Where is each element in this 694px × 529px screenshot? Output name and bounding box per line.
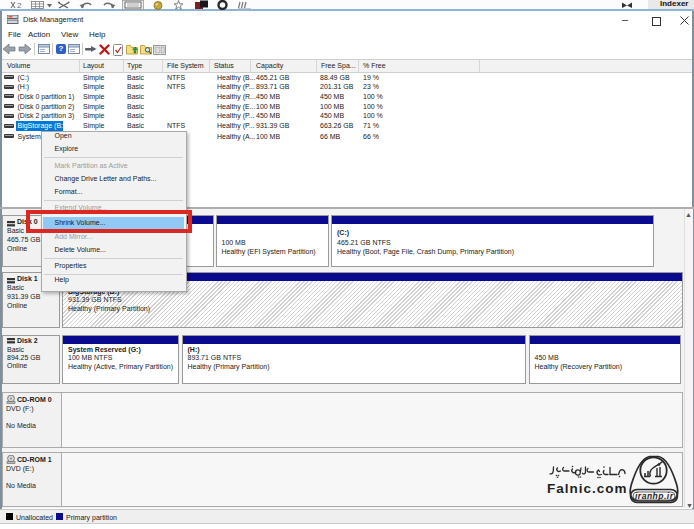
svg-text:iranhp.ir: iranhp.ir bbox=[635, 491, 674, 501]
svg-text:2: 2 bbox=[17, 1, 22, 9]
svg-text:Falnic.com: Falnic.com bbox=[547, 481, 627, 496]
